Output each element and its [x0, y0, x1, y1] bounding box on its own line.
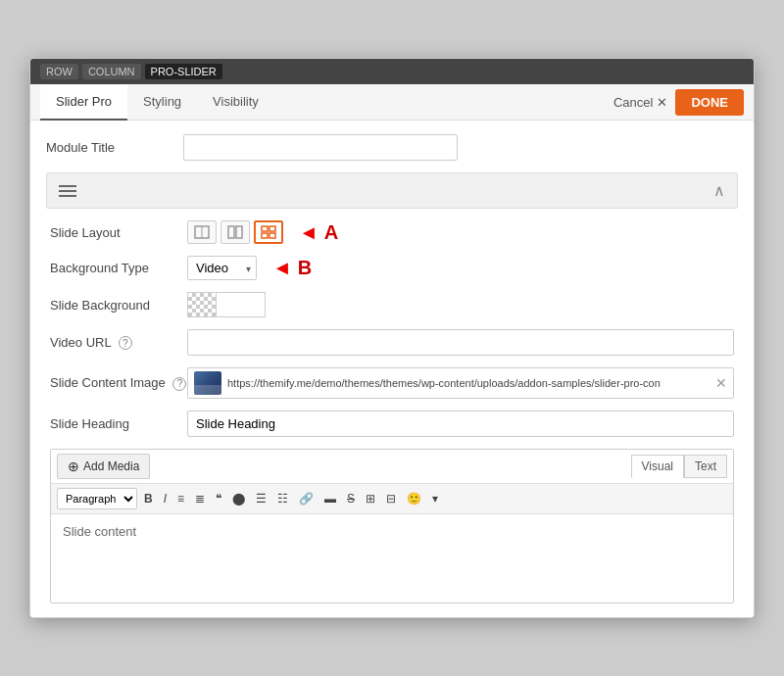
module-title-label: Module Title [46, 140, 183, 155]
breadcrumb-bar: ROW COLUMN PRO-SLIDER [30, 59, 754, 84]
layout-double-icon [227, 225, 243, 239]
italic-button[interactable]: I [160, 490, 171, 507]
arrow-a-icon: ◄ [299, 221, 318, 244]
layout-btn-grid[interactable] [254, 220, 283, 244]
breadcrumb-column[interactable]: COLUMN [82, 64, 141, 79]
view-tabs: Visual Text [631, 455, 727, 478]
tab-visibility[interactable]: Visibility [197, 84, 274, 121]
color-pickers [187, 292, 266, 317]
label-a: A [324, 221, 338, 244]
background-type-row: Background Type Video Image Color ▾ ◄ B [50, 256, 734, 280]
tabs-container: Slider Pro Styling Visibility [40, 84, 613, 120]
hamburger-line-2 [59, 190, 76, 192]
checker-color-picker[interactable] [187, 292, 217, 317]
editor-body[interactable]: Slide content [51, 514, 733, 603]
slide-background-row: Slide Background [50, 292, 734, 317]
blockquote-button[interactable]: ❝ [212, 490, 225, 507]
svg-rect-4 [262, 226, 268, 231]
solid-color-picker[interactable] [217, 292, 266, 317]
slide-layout-row: Slide Layout [50, 220, 734, 244]
hamburger-icon[interactable] [59, 185, 76, 197]
tab-slider-pro[interactable]: Slider Pro [40, 84, 127, 121]
more-button[interactable]: ▾ [428, 490, 442, 507]
section-header: ∧ [46, 172, 738, 209]
video-url-input[interactable] [187, 329, 734, 356]
editor-content: Slide content [63, 524, 136, 539]
video-url-label: Video URL ? [50, 335, 187, 351]
collapse-icon[interactable]: ∧ [713, 181, 725, 200]
editor-toolbar: Paragraph B I ≡ ≣ ❝ ⬤ ☰ ☷ 🔗 ▬ S ⊞ ⊟ 🙂 [51, 483, 733, 514]
breadcrumb-row[interactable]: ROW [40, 64, 78, 79]
cancel-label: Cancel [613, 95, 653, 110]
paragraph-select[interactable]: Paragraph [57, 488, 137, 509]
image-url-text: https://themify.me/demo/themes/themes/wp… [227, 377, 710, 389]
horizontal-rule-button[interactable]: ▬ [320, 490, 340, 507]
svg-rect-2 [228, 226, 234, 238]
slide-content-image-help-icon[interactable]: ? [172, 377, 186, 391]
arrow-b-icon: ◄ [272, 257, 292, 279]
background-type-select[interactable]: Video Image Color [187, 256, 257, 280]
image-thumbnail [194, 371, 221, 395]
slide-content-image-label: Slide Content Image ? [50, 375, 187, 391]
tab-styling[interactable]: Styling [127, 84, 197, 121]
slide-heading-row: Slide Heading Slide Heading [50, 410, 734, 437]
tab-text[interactable]: Text [684, 455, 727, 478]
tab-actions: Cancel ✕ DONE [613, 89, 744, 116]
align-right-button[interactable]: ☷ [273, 490, 292, 507]
module-title-input[interactable] [183, 134, 458, 161]
strikethrough-button[interactable]: S [343, 490, 359, 507]
table-edit-button[interactable]: ⊟ [382, 490, 400, 507]
link-button[interactable]: 🔗 [295, 490, 318, 507]
svg-rect-5 [270, 226, 275, 231]
ul-button[interactable]: ≡ [173, 490, 188, 507]
modal-container: ROW COLUMN PRO-SLIDER Slider Pro Styling… [29, 58, 755, 618]
cancel-button[interactable]: Cancel ✕ [613, 95, 667, 110]
bold-button[interactable]: B [140, 490, 157, 507]
layout-btn-double[interactable] [220, 220, 250, 244]
module-title-row: Module Title [46, 134, 738, 161]
slide-layout-label: Slide Layout [50, 225, 187, 240]
section-content: Slide Layout [46, 220, 738, 604]
align-left-button[interactable]: ⬤ [228, 490, 249, 507]
align-center-button[interactable]: ☰ [252, 490, 270, 507]
slide-heading-input[interactable]: Slide Heading [187, 410, 734, 437]
label-b: B [298, 257, 312, 279]
svg-rect-7 [270, 233, 275, 238]
add-media-icon: ⊕ [68, 459, 79, 474]
annotation-b: ◄ B [272, 257, 312, 279]
svg-rect-3 [236, 226, 242, 238]
add-media-button[interactable]: ⊕ Add Media [57, 454, 150, 479]
editor-wrap: ⊕ Add Media Visual Text Paragraph B I ≡ [50, 449, 734, 604]
content-area: Module Title ∧ Slide Layout [30, 121, 754, 617]
emoji-button[interactable]: 🙂 [403, 490, 425, 507]
background-type-label: Background Type [50, 261, 187, 275]
tab-bar: Slider Pro Styling Visibility Cancel ✕ D… [30, 84, 754, 121]
tab-visual[interactable]: Visual [631, 455, 684, 478]
breadcrumb-pro-slider[interactable]: PRO-SLIDER [145, 64, 222, 79]
image-field: https://themify.me/demo/themes/themes/wp… [187, 367, 734, 399]
layout-btn-single[interactable] [187, 220, 217, 244]
editor-top-bar: ⊕ Add Media Visual Text [51, 450, 733, 483]
layout-buttons [187, 220, 283, 244]
slide-content-image-row: Slide Content Image ? https://themify.me… [50, 367, 734, 399]
done-button[interactable]: DONE [675, 89, 744, 116]
layout-grid-icon [261, 225, 276, 239]
background-type-select-wrap: Video Image Color ▾ [187, 256, 257, 280]
video-url-help-icon[interactable]: ? [119, 336, 132, 350]
ol-button[interactable]: ≣ [191, 490, 209, 507]
add-media-label: Add Media [83, 459, 139, 473]
slide-background-label: Slide Background [50, 298, 187, 313]
image-remove-icon[interactable]: ✕ [715, 375, 727, 391]
hamburger-line-3 [59, 195, 76, 197]
slide-heading-label: Slide Heading [50, 416, 187, 431]
hamburger-line-1 [59, 185, 76, 187]
layout-single-icon [194, 225, 210, 239]
annotation-a: ◄ A [299, 221, 338, 244]
video-url-row: Video URL ? [50, 329, 734, 356]
table-button[interactable]: ⊞ [362, 490, 379, 507]
svg-rect-6 [262, 233, 268, 238]
close-icon[interactable]: ✕ [657, 95, 667, 110]
